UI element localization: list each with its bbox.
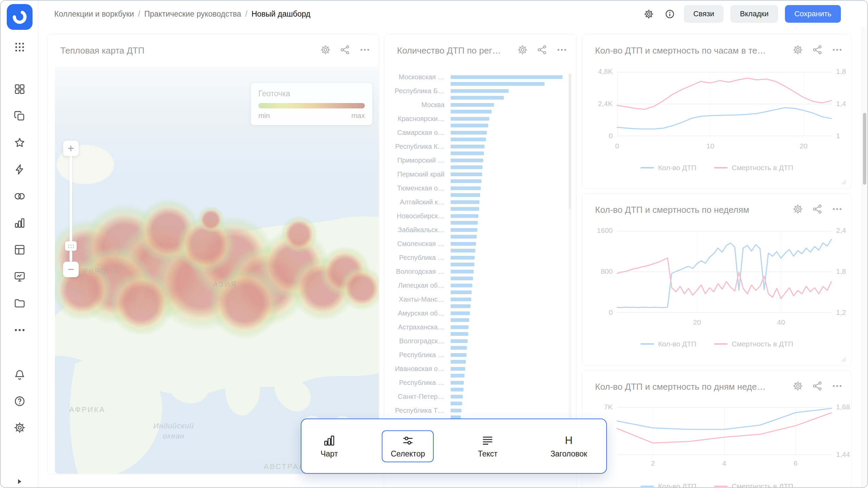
favorites-star-icon[interactable] — [14, 137, 26, 149]
widget-title: Кол-во ДТП и смертность по неделям — [595, 205, 801, 215]
y-axis-left-labels: 16008000 — [586, 226, 613, 317]
widget-gear-icon[interactable] — [516, 44, 529, 56]
widget-more-icon[interactable] — [831, 203, 843, 215]
series-line — [617, 413, 831, 443]
region-bar — [451, 110, 492, 114]
legend-label[interactable]: Кол-во ДТП — [658, 340, 696, 348]
bar-row: Алтайский к… — [391, 199, 563, 206]
table-icon[interactable] — [14, 244, 26, 256]
breadcrumb-collections[interactable]: Коллекции и воркбуки — [54, 9, 134, 19]
page-scrollbar-thumb[interactable] — [863, 113, 866, 185]
apps-grid-icon[interactable] — [13, 40, 26, 54]
bar-row — [391, 81, 563, 88]
widget-share-icon[interactable] — [339, 44, 351, 56]
app-window: Коллекции и воркбуки / Практические руко… — [0, 0, 868, 488]
breadcrumb-guides[interactable]: Практические руководства — [144, 9, 241, 19]
resize-handle-icon[interactable] — [839, 354, 847, 363]
info-icon[interactable] — [663, 7, 677, 21]
bar-row: Новосибирск… — [391, 212, 563, 220]
toolbar-item-text[interactable]: Текст — [469, 430, 506, 462]
bar-category-label: Тюменская о… — [391, 184, 451, 192]
zoom-out-button[interactable]: − — [63, 262, 79, 277]
sidebar-bottom-nav — [1, 369, 38, 434]
widget-more-icon[interactable] — [359, 44, 371, 56]
links-button[interactable]: Связи — [684, 5, 724, 23]
widget-title: Кол-во ДТП и смертность по часам в те… — [595, 45, 801, 56]
save-button[interactable]: Сохранить — [785, 5, 841, 23]
bar-category-label: Амурская об… — [391, 309, 451, 317]
bar-category-label: Вологодская … — [391, 268, 451, 276]
toolbar-item-selector[interactable]: Селектор — [382, 430, 434, 462]
bar-row — [391, 108, 563, 116]
region-bar — [451, 200, 479, 204]
x-axis-labels: 0 10 20 — [617, 142, 831, 151]
heatmap-widget: Тепловая карта ДТП — [47, 34, 379, 474]
widget-share-icon[interactable] — [811, 203, 824, 215]
bar-row — [391, 359, 563, 366]
series-line — [617, 108, 831, 129]
bar-row: Самарская о… — [391, 129, 563, 136]
bar-row: Республика Б… — [391, 87, 563, 95]
widget-more-icon[interactable] — [831, 44, 843, 56]
bar-row — [391, 261, 563, 268]
sidebar — [1, 1, 38, 488]
widget-title: Тепловая карта ДТП — [60, 45, 328, 56]
bar-row: Тюменская о… — [391, 185, 563, 192]
legend-label[interactable]: Кол-во ДТП — [658, 164, 696, 172]
workbooks-copy-icon[interactable] — [14, 110, 26, 122]
zoom-in-button[interactable]: + — [63, 141, 79, 156]
bar-row: Липецкая об… — [391, 282, 563, 289]
resize-handle-icon[interactable] — [839, 177, 847, 186]
play-arrow-icon — [15, 477, 24, 486]
region-bar — [451, 284, 472, 287]
toolbar-item-label: Текст — [478, 449, 497, 459]
region-bar — [451, 117, 489, 121]
bar-category-label: Москва — [391, 101, 451, 109]
region-bars: Московская …Республика Б…МоскваКрасноярс… — [391, 74, 563, 421]
region-bar — [451, 151, 484, 155]
bar-row: Приморский … — [391, 157, 563, 164]
widget-share-icon[interactable] — [536, 44, 548, 56]
legend-label[interactable]: Смертность в ДТП — [732, 482, 793, 488]
region-bar — [451, 346, 467, 350]
chart-scrollbar-thumb[interactable] — [569, 74, 571, 209]
widget-gear-icon[interactable] — [792, 203, 804, 215]
legend-swatch-blue — [640, 167, 654, 168]
page-scrollbar-track[interactable] — [862, 27, 867, 487]
add-item-toolbar: Чарт Селектор Текст H Заголовок — [301, 419, 607, 474]
widget-gear-icon[interactable] — [792, 380, 804, 392]
settings-gear-icon[interactable] — [14, 422, 26, 434]
zoom-slider-handle[interactable] — [65, 241, 77, 251]
bar-row: Республика Т… — [391, 407, 563, 414]
region-bar — [451, 256, 475, 260]
legend-label[interactable]: Смертность в ДТП — [732, 164, 793, 172]
drag-dots-icon — [67, 244, 75, 248]
world-map[interactable]: ЕВРОПА АЗИЯ АФРИКА Индийский океан АВСТР… — [55, 66, 379, 474]
widget-gear-icon[interactable] — [792, 44, 804, 56]
more-icon[interactable] — [14, 324, 26, 336]
toolbar-item-chart[interactable]: Чарт — [312, 430, 347, 462]
bar-category-label: Ивановская о… — [391, 365, 451, 373]
widget-more-icon[interactable] — [831, 380, 843, 392]
sidebar-collapse-button[interactable] — [12, 474, 27, 488]
connections-circles-icon[interactable] — [14, 190, 26, 202]
y-axis-right-labels: 1,681,44 — [836, 403, 856, 459]
widget-more-icon[interactable] — [556, 44, 568, 56]
folder-icon[interactable] — [14, 297, 26, 309]
region-bar — [451, 325, 469, 329]
lightning-icon[interactable] — [14, 163, 26, 176]
dashboard-settings-gear-icon[interactable] — [642, 7, 656, 21]
datalens-logo[interactable] — [7, 4, 33, 30]
help-icon[interactable] — [14, 395, 26, 407]
widget-gear-icon[interactable] — [319, 44, 332, 56]
widget-share-icon[interactable] — [811, 380, 824, 392]
legend-label[interactable]: Кол-во ДТП — [658, 482, 696, 488]
monitor-chart-icon[interactable] — [14, 270, 26, 283]
bar-chart-icon[interactable] — [14, 217, 26, 229]
grid-squares-icon[interactable] — [14, 83, 26, 95]
widget-share-icon[interactable] — [811, 44, 824, 56]
legend-label[interactable]: Смертность в ДТП — [732, 340, 793, 348]
notifications-bell-icon[interactable] — [14, 369, 26, 381]
tabs-button[interactable]: Вкладки — [730, 5, 778, 23]
toolbar-item-heading[interactable]: H Заголовок — [541, 430, 596, 462]
